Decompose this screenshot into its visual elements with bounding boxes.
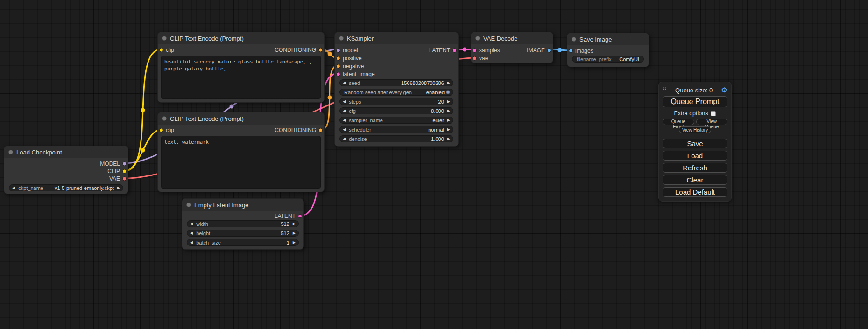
link-midpoint-dot [141, 108, 145, 112]
input-slot-samples[interactable] [473, 48, 477, 52]
input-slot-label: negative [343, 63, 364, 70]
increment-arrow-icon[interactable]: ▶ [447, 81, 450, 85]
seed-combo-widget[interactable]: ◀ seed 156680208700286 ▶ [339, 79, 453, 86]
input-slot-clip[interactable] [159, 128, 163, 133]
node-title-bar[interactable]: Empty Latent Image [182, 199, 303, 211]
decrement-arrow-icon[interactable]: ◀ [343, 128, 346, 132]
extra-options-checkbox[interactable] [711, 111, 716, 116]
increment-arrow-icon[interactable]: ▶ [293, 222, 296, 226]
output-slot-conditioning[interactable] [318, 48, 323, 52]
node-title-bar[interactable]: CLIP Text Encode (Prompt) [158, 32, 324, 44]
save-button[interactable]: Save [663, 139, 727, 148]
widget-label: height [196, 231, 210, 236]
decrement-arrow-icon[interactable]: ◀ [343, 100, 346, 104]
input-slot-positive[interactable] [336, 56, 340, 60]
node-load-checkpoint[interactable]: Load Checkpoint MODEL CLIP VAE ◀ ckpt_na… [4, 146, 128, 194]
denoise-combo-widget[interactable]: ◀ denoise 1.000 ▶ [339, 135, 453, 142]
increment-arrow-icon[interactable]: ▶ [293, 231, 296, 235]
output-slot-vae[interactable] [122, 177, 127, 181]
input-slot-model[interactable] [336, 48, 340, 52]
widget-value: ComfyUI [619, 56, 639, 62]
decrement-arrow-icon[interactable]: ◀ [12, 186, 15, 190]
increment-arrow-icon[interactable]: ▶ [447, 109, 450, 113]
widget-value: 20 [438, 99, 444, 105]
decrement-arrow-icon[interactable]: ◀ [343, 81, 346, 85]
slot-row: clip CONDITIONING [158, 126, 324, 134]
output-slot-latent[interactable] [298, 214, 302, 218]
collapse-dot-icon[interactable] [186, 203, 191, 207]
increment-arrow-icon[interactable]: ▶ [447, 119, 450, 122]
output-slot-row: CLIP [4, 168, 128, 175]
collapse-dot-icon[interactable] [339, 36, 344, 41]
input-slot-vae[interactable] [473, 56, 477, 60]
decrement-arrow-icon[interactable]: ◀ [343, 109, 346, 113]
graph-canvas[interactable]: Load Checkpoint MODEL CLIP VAE ◀ ckpt_na… [0, 0, 868, 329]
input-slot-images[interactable] [569, 49, 573, 53]
collapse-dot-icon[interactable] [162, 116, 167, 121]
collapse-dot-icon[interactable] [572, 37, 576, 42]
decrement-arrow-icon[interactable]: ◀ [190, 231, 193, 235]
increment-arrow-icon[interactable]: ▶ [447, 128, 450, 132]
node-empty-latent-image[interactable]: Empty Latent Image LATENT ◀ width 512 ▶ … [182, 198, 304, 250]
collapse-dot-icon[interactable] [162, 36, 167, 41]
node-title-bar[interactable]: VAE Decode [471, 32, 553, 44]
slot-row: model LATENT [335, 46, 458, 54]
queue-front-button[interactable]: Queue Front [663, 119, 694, 125]
node-ksampler[interactable]: KSampler model LATENT positive negative … [334, 32, 459, 147]
decrement-arrow-icon[interactable]: ◀ [190, 241, 193, 245]
input-slot-latent-image[interactable] [336, 72, 340, 76]
batch-size-combo-widget[interactable]: ◀ batch_size 1 ▶ [187, 239, 299, 246]
input-slot-negative[interactable] [336, 64, 340, 68]
increment-arrow-icon[interactable]: ▶ [293, 241, 296, 245]
decrement-arrow-icon[interactable]: ◀ [343, 119, 346, 122]
decrement-arrow-icon[interactable]: ◀ [343, 137, 346, 141]
widget-label: cfg [349, 108, 356, 114]
node-title-bar[interactable]: KSampler [335, 32, 458, 44]
scheduler-combo-widget[interactable]: ◀ scheduler normal ▶ [339, 126, 453, 133]
slot-row: samples IMAGE [471, 46, 553, 54]
random-seed-toggle-widget[interactable]: Random seed after every gen enabled [339, 89, 453, 96]
prompt-textarea[interactable]: beautiful scenery nature glass bottle la… [161, 56, 321, 99]
input-slot-clip[interactable] [159, 48, 163, 52]
node-clip-text-encode-negative[interactable]: CLIP Text Encode (Prompt) clip CONDITION… [157, 112, 325, 192]
cfg-combo-widget[interactable]: ◀ cfg 8.000 ▶ [339, 107, 453, 114]
ckpt-name-combo-widget[interactable]: ◀ ckpt_name v1-5-pruned-emaonly.ckpt ▶ [9, 184, 123, 191]
output-slot-clip[interactable] [122, 169, 127, 174]
toggle-dot-icon[interactable] [446, 90, 450, 94]
load-default-button[interactable]: Load Default [663, 187, 727, 197]
sampler-name-combo-widget[interactable]: ◀ sampler_name euler ▶ [339, 117, 453, 124]
node-title-bar[interactable]: CLIP Text Encode (Prompt) [158, 112, 324, 125]
width-combo-widget[interactable]: ◀ width 512 ▶ [187, 220, 299, 227]
increment-arrow-icon[interactable]: ▶ [447, 137, 450, 141]
link-midpoint-dot [230, 105, 234, 109]
queue-prompt-button[interactable]: Queue Prompt [663, 96, 727, 107]
node-title-bar[interactable]: Load Checkpoint [4, 146, 128, 158]
output-slot-image[interactable] [547, 48, 551, 52]
collapse-dot-icon[interactable] [8, 150, 13, 154]
settings-gear-icon[interactable]: ⚙ [721, 86, 727, 94]
node-clip-text-encode-positive[interactable]: CLIP Text Encode (Prompt) clip CONDITION… [157, 32, 325, 103]
widget-value: normal [428, 127, 444, 133]
decrement-arrow-icon[interactable]: ◀ [190, 222, 193, 226]
extra-options-label: Extra options [674, 110, 708, 117]
output-slot-conditioning[interactable] [318, 128, 323, 133]
clear-button[interactable]: Clear [663, 175, 727, 185]
drag-handle-icon[interactable]: ⠿ [663, 87, 667, 93]
load-button[interactable]: Load [663, 151, 727, 161]
view-history-button[interactable]: View History [679, 126, 711, 133]
filename-prefix-text-widget[interactable]: filename_prefix ComfyUI [572, 56, 644, 63]
steps-combo-widget[interactable]: ◀ steps 20 ▶ [339, 98, 453, 105]
output-slot-model[interactable] [122, 162, 127, 166]
increment-arrow-icon[interactable]: ▶ [117, 186, 120, 190]
view-queue-button[interactable]: View Queue [696, 119, 728, 125]
output-slot-latent[interactable] [452, 48, 457, 52]
node-save-image[interactable]: Save Image images filename_prefix ComfyU… [567, 33, 649, 67]
height-combo-widget[interactable]: ◀ height 512 ▶ [187, 230, 299, 237]
widget-value: 512 [281, 221, 289, 227]
node-title-bar[interactable]: Save Image [567, 33, 649, 45]
collapse-dot-icon[interactable] [475, 36, 480, 41]
refresh-button[interactable]: Refresh [663, 163, 727, 173]
increment-arrow-icon[interactable]: ▶ [447, 100, 450, 104]
node-vae-decode[interactable]: VAE Decode samples IMAGE vae [471, 32, 553, 63]
prompt-textarea[interactable]: text, watermark [161, 136, 321, 189]
